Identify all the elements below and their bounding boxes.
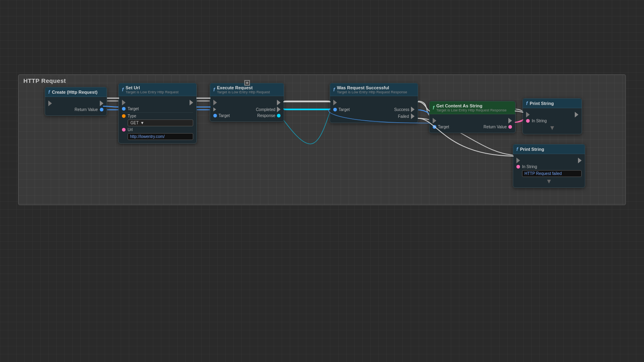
node-create-icon: f [48, 89, 50, 95]
node-print2-exec-row [516, 158, 582, 163]
node-was-successful-subtitle: Target is Low Entry Http Request Respons… [337, 90, 407, 94]
node-was-successful-exec-in[interactable] [333, 100, 337, 105]
node-execute-exec-in[interactable] [213, 100, 217, 105]
node-set-url-url-row: Url [122, 128, 193, 132]
node-was-successful-header: f Was Request Successful Target is Low E… [330, 83, 418, 96]
node-print1-icon: f [526, 101, 528, 106]
node-execute-target-pin[interactable] [213, 114, 217, 117]
node-get-content-return-pin[interactable] [508, 125, 512, 129]
node-set-url-icon: f [122, 87, 124, 93]
node-print2-in-string-value[interactable]: HTTP Request failed [522, 170, 582, 177]
node-was-successful-icon: f [333, 87, 335, 93]
node-execute-title: Execute Request [217, 85, 270, 90]
node-was-request-successful[interactable]: f Was Request Successful Target is Low E… [330, 83, 418, 123]
node-was-successful-title: Was Request Successful [337, 85, 407, 90]
node-get-content-exec-row [433, 118, 512, 123]
node-get-content-return-label: Return Value [483, 125, 507, 129]
node-execute-icon: f [213, 87, 215, 93]
node-execute-completed-exec[interactable] [213, 107, 216, 111]
node-get-content-exec-out[interactable] [508, 118, 512, 123]
node-print2-in-string-row: In String [516, 165, 582, 169]
node-was-successful-target-pin[interactable] [333, 108, 337, 111]
node-set-url-type-dropdown[interactable]: GET ▼ [128, 119, 193, 126]
node-was-successful-failed-pin[interactable] [411, 113, 415, 119]
node-was-successful-exec-row [333, 100, 415, 105]
node-execute-exec-row [213, 100, 281, 105]
node-get-content-header: f Get Content As String Target is Low En… [429, 101, 515, 114]
node-execute-exec-out[interactable] [277, 100, 281, 105]
node-create-exec-row [48, 101, 103, 106]
node-set-url-type-label: Type [128, 114, 136, 118]
node-print1-title: Print String [530, 101, 554, 106]
node-set-url-target-label: Target [128, 107, 139, 111]
node-print1-in-string-pin[interactable] [526, 119, 530, 123]
node-execute-completed-label: Completed [256, 107, 275, 112]
node-execute-response-pin[interactable] [277, 114, 281, 117]
node-was-successful-failed-row: Failed [333, 113, 415, 119]
node-was-successful-failed-label: Failed [398, 114, 409, 119]
node-create-return-pin[interactable] [100, 108, 103, 111]
node-print1-exec-row [526, 112, 578, 117]
node-print2-in-string-label: In String [522, 165, 537, 169]
dropdown-value: GET [130, 121, 139, 125]
node-create-exec-in[interactable] [48, 101, 52, 106]
node-execute-response-label: Response [257, 113, 275, 118]
node-execute-target-label: Target [219, 113, 230, 118]
node-execute-subtitle: Target is Low Entry Http Request [217, 90, 270, 94]
node-set-url-url-label: Url [128, 128, 133, 132]
node-print-string-2[interactable]: f Print String In String HTTP Request fa… [513, 144, 585, 188]
node-print2-header: f Print String [513, 144, 585, 154]
node-print2-exec-out[interactable] [578, 158, 582, 163]
dropdown-arrow: ▼ [140, 121, 144, 125]
node-print1-header: f Print String [523, 99, 582, 108]
blueprint-canvas[interactable]: HTTP Request f Create (Http R [18, 74, 626, 205]
node-set-url-type-pin[interactable] [122, 114, 126, 118]
node-get-content-subtitle: Target is Low Entry Http Request Respons… [436, 108, 507, 112]
node-set-url-title: Set Url [126, 85, 179, 90]
node-print1-in-string-row: In String [526, 119, 578, 123]
node-was-successful-success-pin[interactable] [411, 107, 415, 112]
node-set-url-target-pin[interactable] [122, 107, 126, 111]
node-print1-in-string-label: In String [532, 119, 547, 123]
node-set-url-subtitle: Target is Low Entry Http Request [126, 90, 179, 94]
node-create-return-label: Return Value [74, 107, 98, 112]
node-create[interactable]: f Create (Http Request) Return Value [45, 87, 107, 116]
canvas-title: HTTP Request [23, 77, 66, 84]
node-set-url-exec-in[interactable] [122, 100, 126, 105]
node-print1-exec-out[interactable] [575, 112, 578, 117]
node-print2-title: Print String [520, 147, 544, 152]
node-set-url-target-row: Target [122, 107, 193, 111]
node-set-url-type-row: Type [122, 114, 193, 118]
node-execute-completed-out[interactable] [277, 107, 281, 112]
node-was-successful-target-label: Target [339, 107, 350, 112]
node-execute-indicator [244, 80, 250, 86]
node-print-string-1[interactable]: f Print String In String ▼ [522, 98, 582, 134]
node-was-successful-success-row: Target Success [333, 107, 415, 112]
node-set-url-exec-out[interactable] [190, 100, 193, 105]
node-create-header: f Create (Http Request) [45, 87, 107, 97]
node-set-url-url-input[interactable]: http://lowentry.com/ [128, 133, 193, 140]
node-set-url-exec-row [122, 100, 193, 105]
node-get-content-title: Get Content As String [436, 103, 507, 108]
node-get-content-pins-row: Target Return Value [433, 125, 512, 129]
node-print1-exec-in[interactable] [526, 112, 530, 117]
node-execute-request[interactable]: f Execute Request Target is Low Entry Ht… [210, 83, 284, 122]
node-execute-target-response-row: Target Response [213, 113, 281, 118]
node-print2-expand[interactable]: ▼ [516, 178, 582, 185]
node-print2-exec-in[interactable] [516, 158, 520, 163]
node-create-exec-out[interactable] [100, 101, 103, 106]
node-print2-in-string-pin[interactable] [516, 165, 520, 169]
node-print1-expand[interactable]: ▼ [526, 124, 578, 132]
node-print2-icon: f [516, 146, 518, 152]
node-get-content[interactable]: f Get Content As String Target is Low En… [429, 101, 516, 133]
node-execute-completed-row: Completed [213, 107, 281, 112]
node-was-successful-success-label: Success [394, 107, 409, 112]
node-get-content-icon: f [433, 105, 434, 111]
node-set-url-header: f Set Url Target is Low Entry Http Reque… [119, 83, 196, 96]
node-get-content-exec-in[interactable] [433, 118, 436, 123]
node-get-content-target-pin[interactable] [433, 125, 436, 129]
node-create-title: Create (Http Request) [52, 90, 97, 95]
node-get-content-target-label: Target [438, 125, 449, 129]
node-set-url[interactable]: f Set Url Target is Low Entry Http Reque… [118, 83, 197, 144]
node-set-url-url-pin[interactable] [122, 128, 126, 132]
